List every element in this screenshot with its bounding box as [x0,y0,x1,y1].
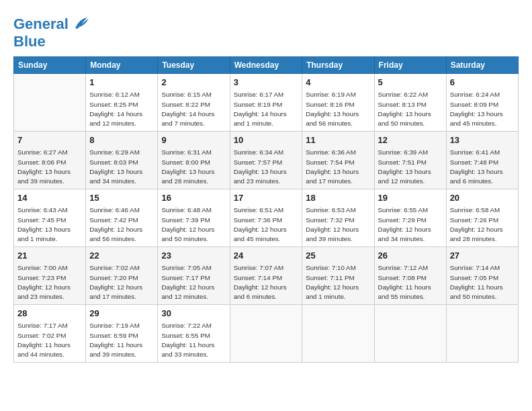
day-number: 3 [234,77,299,89]
col-header-friday: Friday [374,57,446,74]
day-info: Sunrise: 6:41 AMSunset: 7:48 PMDaylight:… [450,148,515,186]
day-info: Sunrise: 7:10 AMSunset: 7:11 PMDaylight:… [306,263,370,302]
logo-blue: Blue [13,34,89,50]
day-number: 24 [234,250,299,262]
col-header-saturday: Saturday [446,57,518,74]
calendar-cell: 30Sunrise: 7:22 AMSunset: 6:55 PMDayligh… [158,305,230,363]
day-info: Sunrise: 6:46 AMSunset: 7:42 PMDaylight:… [89,205,154,244]
calendar-cell: 28Sunrise: 7:17 AMSunset: 7:02 PMDayligh… [14,305,86,363]
logo-bird-icon [70,15,89,34]
day-number: 5 [378,77,443,89]
day-info: Sunrise: 7:19 AMSunset: 6:59 PMDaylight:… [89,321,154,359]
day-info: Sunrise: 6:15 AMSunset: 8:22 PMDaylight:… [161,90,226,128]
day-info: Sunrise: 6:24 AMSunset: 8:09 PMDaylight:… [450,90,515,128]
calendar-cell: 21Sunrise: 7:00 AMSunset: 7:23 PMDayligh… [14,247,86,305]
calendar-header-row: SundayMondayTuesdayWednesdayThursdayFrid… [14,57,519,74]
day-info: Sunrise: 6:22 AMSunset: 8:13 PMDaylight:… [378,90,443,128]
calendar-cell: 13Sunrise: 6:41 AMSunset: 7:48 PMDayligh… [446,132,518,189]
calendar-cell: 24Sunrise: 7:07 AMSunset: 7:14 PMDayligh… [230,247,302,305]
day-info: Sunrise: 7:22 AMSunset: 6:55 PMDaylight:… [161,321,226,359]
calendar-cell: 5Sunrise: 6:22 AMSunset: 8:13 PMDaylight… [374,74,446,132]
day-info: Sunrise: 6:17 AMSunset: 8:19 PMDaylight:… [234,90,299,128]
logo-text: General [13,16,69,32]
day-number: 14 [17,192,82,204]
calendar-cell: 29Sunrise: 7:19 AMSunset: 6:59 PMDayligh… [86,305,158,363]
header: General Blue [13,12,519,50]
day-number: 1 [89,77,154,89]
day-info: Sunrise: 6:29 AMSunset: 8:03 PMDaylight:… [89,148,154,186]
calendar-week-row: 7Sunrise: 6:27 AMSunset: 8:06 PMDaylight… [14,132,519,189]
day-number: 22 [89,250,154,262]
calendar-cell: 7Sunrise: 6:27 AMSunset: 8:06 PMDaylight… [14,132,86,189]
day-number: 28 [17,308,82,320]
calendar-week-row: 1Sunrise: 6:12 AMSunset: 8:25 PMDaylight… [14,74,519,132]
page: General Blue SundayMondayTuesdayWednesda… [0,0,532,411]
calendar-week-row: 28Sunrise: 7:17 AMSunset: 7:02 PMDayligh… [14,305,519,363]
col-header-monday: Monday [86,57,158,74]
day-number: 20 [450,192,515,204]
day-number: 18 [306,192,370,204]
day-number: 7 [17,134,82,146]
day-number: 25 [306,250,370,262]
day-number: 12 [378,134,443,146]
calendar-cell: 20Sunrise: 6:58 AMSunset: 7:26 PMDayligh… [446,189,518,247]
day-info: Sunrise: 7:17 AMSunset: 7:02 PMDaylight:… [17,321,82,359]
col-header-wednesday: Wednesday [230,57,302,74]
day-number: 6 [450,77,515,89]
day-info: Sunrise: 6:36 AMSunset: 7:54 PMDaylight:… [306,148,370,186]
day-number: 11 [306,134,370,146]
day-info: Sunrise: 6:48 AMSunset: 7:39 PMDaylight:… [161,205,226,244]
day-number: 13 [450,134,515,146]
calendar-week-row: 21Sunrise: 7:00 AMSunset: 7:23 PMDayligh… [14,247,519,305]
calendar-cell [446,305,518,363]
calendar-cell: 26Sunrise: 7:12 AMSunset: 7:08 PMDayligh… [374,247,446,305]
day-number: 17 [234,192,299,204]
calendar-cell [374,305,446,363]
calendar-cell [302,305,374,363]
calendar-cell: 23Sunrise: 7:05 AMSunset: 7:17 PMDayligh… [158,247,230,305]
day-info: Sunrise: 6:55 AMSunset: 7:29 PMDaylight:… [378,205,443,244]
day-info: Sunrise: 6:27 AMSunset: 8:06 PMDaylight:… [17,148,82,186]
day-number: 15 [89,192,154,204]
day-number: 30 [161,308,226,320]
calendar-cell: 3Sunrise: 6:17 AMSunset: 8:19 PMDaylight… [230,74,302,132]
calendar-cell: 14Sunrise: 6:43 AMSunset: 7:45 PMDayligh… [14,189,86,247]
calendar-cell: 9Sunrise: 6:31 AMSunset: 8:00 PMDaylight… [158,132,230,189]
day-number: 2 [161,77,226,89]
day-info: Sunrise: 6:43 AMSunset: 7:45 PMDaylight:… [17,205,82,244]
calendar-cell: 8Sunrise: 6:29 AMSunset: 8:03 PMDaylight… [86,132,158,189]
day-info: Sunrise: 6:19 AMSunset: 8:16 PMDaylight:… [306,90,370,128]
day-info: Sunrise: 6:39 AMSunset: 7:51 PMDaylight:… [378,148,443,186]
col-header-sunday: Sunday [14,57,86,74]
day-number: 29 [89,308,154,320]
logo-general: General [13,15,69,32]
day-number: 8 [89,134,154,146]
day-info: Sunrise: 7:00 AMSunset: 7:23 PMDaylight:… [17,263,82,302]
day-info: Sunrise: 6:53 AMSunset: 7:32 PMDaylight:… [306,205,370,244]
day-number: 26 [378,250,443,262]
calendar-cell: 15Sunrise: 6:46 AMSunset: 7:42 PMDayligh… [86,189,158,247]
day-number: 21 [17,250,82,262]
day-number: 27 [450,250,515,262]
day-number: 10 [234,134,299,146]
calendar-cell: 10Sunrise: 6:34 AMSunset: 7:57 PMDayligh… [230,132,302,189]
day-info: Sunrise: 7:05 AMSunset: 7:17 PMDaylight:… [161,263,226,302]
day-number: 9 [161,134,226,146]
calendar-cell: 18Sunrise: 6:53 AMSunset: 7:32 PMDayligh… [302,189,374,247]
calendar-table: SundayMondayTuesdayWednesdayThursdayFrid… [13,56,519,363]
day-info: Sunrise: 6:34 AMSunset: 7:57 PMDaylight:… [234,148,299,186]
day-info: Sunrise: 6:12 AMSunset: 8:25 PMDaylight:… [89,90,154,128]
day-info: Sunrise: 7:14 AMSunset: 7:05 PMDaylight:… [450,263,515,302]
day-info: Sunrise: 7:02 AMSunset: 7:20 PMDaylight:… [89,263,154,302]
calendar-cell: 11Sunrise: 6:36 AMSunset: 7:54 PMDayligh… [302,132,374,189]
calendar-cell: 17Sunrise: 6:51 AMSunset: 7:36 PMDayligh… [230,189,302,247]
calendar-cell: 2Sunrise: 6:15 AMSunset: 8:22 PMDaylight… [158,74,230,132]
day-info: Sunrise: 6:51 AMSunset: 7:36 PMDaylight:… [234,205,299,244]
calendar-cell: 22Sunrise: 7:02 AMSunset: 7:20 PMDayligh… [86,247,158,305]
calendar-cell: 1Sunrise: 6:12 AMSunset: 8:25 PMDaylight… [86,74,158,132]
calendar-cell: 25Sunrise: 7:10 AMSunset: 7:11 PMDayligh… [302,247,374,305]
calendar-week-row: 14Sunrise: 6:43 AMSunset: 7:45 PMDayligh… [14,189,519,247]
day-info: Sunrise: 6:31 AMSunset: 8:00 PMDaylight:… [161,148,226,186]
col-header-tuesday: Tuesday [158,57,230,74]
day-info: Sunrise: 7:07 AMSunset: 7:14 PMDaylight:… [234,263,299,302]
